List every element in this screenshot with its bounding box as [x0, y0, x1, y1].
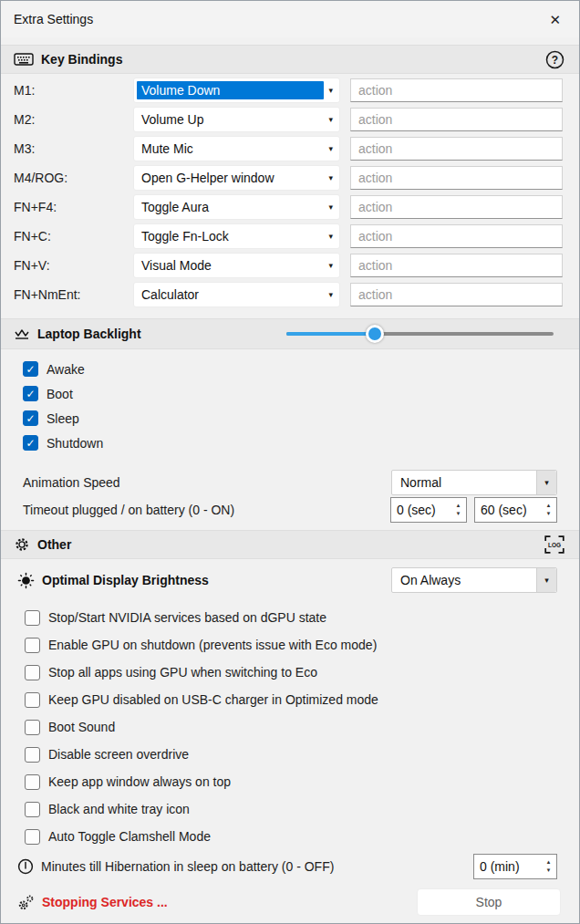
- checkbox[interactable]: ✓: [25, 692, 40, 708]
- keybind-selected-value: Volume Down: [137, 81, 324, 99]
- action-input[interactable]: [350, 108, 563, 131]
- keybind-row-fn-nment: FN+NmEnt: Calculator ▾: [14, 282, 566, 307]
- spin-up-icon[interactable]: ▲: [546, 503, 552, 509]
- timeout-plugged-value[interactable]: 0 (sec): [391, 503, 451, 517]
- keybind-select[interactable]: Mute Mic ▾: [133, 136, 340, 161]
- action-input[interactable]: [350, 137, 563, 161]
- checkbox-label: Stop all apps using GPU when switching t…: [48, 665, 317, 680]
- checkbox-label: Keep app window always on top: [48, 774, 231, 789]
- action-input[interactable]: [350, 283, 563, 306]
- checkbox-keep-gpu-disabled[interactable]: ✓ Keep GPU disabled on USB-C charger in …: [25, 686, 579, 713]
- chevron-down-icon[interactable]: ▾: [328, 115, 333, 124]
- power-icon: [17, 858, 34, 875]
- keybind-selected-value: Visual Mode: [137, 256, 324, 275]
- checkbox-enable-gpu-shutdown[interactable]: ✓ Enable GPU on shutdown (prevents issue…: [25, 631, 579, 659]
- close-icon[interactable]: ✕: [545, 11, 564, 28]
- window-title: Extra Settings: [14, 12, 93, 26]
- checkbox-sleep[interactable]: ✓ Sleep: [23, 406, 579, 431]
- keybind-select[interactable]: Open G-Helper window ▾: [133, 165, 340, 191]
- brightness-mode-select[interactable]: On Always ▾: [391, 567, 557, 593]
- checkbox-label: Enable GPU on shutdown (prevents issue w…: [48, 638, 377, 652]
- keybind-select[interactable]: Toggle Fn-Lock ▾: [133, 223, 340, 249]
- action-input[interactable]: [350, 166, 563, 190]
- hibernation-value[interactable]: 0 (min): [474, 859, 541, 874]
- checkbox-label: Awake: [47, 362, 85, 377]
- help-icon[interactable]: ?: [545, 50, 564, 69]
- slider-thumb[interactable]: [366, 325, 384, 343]
- keybind-select[interactable]: Volume Down ▾: [133, 78, 340, 103]
- checkbox-clamshell-mode[interactable]: ✓ Auto Toggle Clamshell Mode: [25, 823, 579, 850]
- laptop-backlight-title: Laptop Backlight: [37, 327, 141, 341]
- checkbox-label: Shutdown: [47, 436, 103, 451]
- checkbox[interactable]: ✓: [25, 802, 40, 817]
- gear-icon: [14, 536, 30, 553]
- checkbox[interactable]: ✓: [25, 610, 40, 626]
- checkbox[interactable]: ✓: [25, 638, 40, 653]
- checkbox[interactable]: ✓: [25, 747, 40, 763]
- chevron-down-icon[interactable]: ▾: [328, 202, 333, 212]
- animation-speed-row: Animation Speed Normal ▾: [23, 470, 557, 495]
- timeout-battery-value[interactable]: 60 (sec): [475, 503, 541, 517]
- checkbox[interactable]: ✓: [23, 410, 38, 426]
- checkbox[interactable]: ✓: [23, 435, 38, 451]
- timeout-plugged-spinner[interactable]: 0 (sec) ▲▼: [390, 497, 467, 523]
- checkbox-bw-tray-icon[interactable]: ✓ Black and white tray icon: [25, 795, 579, 823]
- spin-down-icon[interactable]: ▼: [546, 867, 552, 874]
- keybind-select[interactable]: Volume Up ▾: [133, 107, 340, 132]
- keybind-select[interactable]: Calculator ▾: [133, 282, 340, 307]
- checkbox[interactable]: ✓: [25, 720, 40, 735]
- chevron-down-icon[interactable]: ▾: [328, 144, 333, 153]
- checkbox[interactable]: ✓: [23, 386, 38, 401]
- chevron-down-icon[interactable]: ▾: [536, 471, 556, 494]
- spin-up-icon[interactable]: ▲: [546, 859, 552, 866]
- log-icon[interactable]: LOG: [544, 535, 564, 554]
- backlight-slider[interactable]: [286, 325, 554, 343]
- checkbox-label: Keep GPU disabled on USB-C charger in Op…: [48, 692, 378, 707]
- check-icon: ✓: [26, 438, 35, 449]
- spin-up-icon[interactable]: ▲: [456, 503, 461, 509]
- keybind-select[interactable]: Visual Mode ▾: [133, 253, 340, 278]
- action-input[interactable]: [350, 254, 563, 277]
- spin-down-icon[interactable]: ▼: [456, 511, 461, 517]
- chevron-down-icon[interactable]: ▾: [328, 261, 333, 270]
- laptop-backlight-section-header: Laptop Backlight: [1, 318, 579, 349]
- checkbox[interactable]: ✓: [23, 361, 38, 377]
- checkbox[interactable]: ✓: [25, 774, 40, 790]
- animation-speed-select[interactable]: Normal ▾: [391, 470, 557, 495]
- checkbox-awake[interactable]: ✓ Awake: [23, 357, 579, 381]
- checkbox[interactable]: ✓: [25, 829, 40, 845]
- chevron-down-icon[interactable]: ▾: [328, 232, 333, 241]
- checkbox-shutdown[interactable]: ✓ Shutdown: [23, 431, 579, 455]
- spin-down-icon[interactable]: ▼: [546, 511, 552, 517]
- check-icon: ✓: [26, 389, 35, 400]
- hibernation-spinner[interactable]: 0 (min) ▲▼: [473, 854, 557, 879]
- action-input[interactable]: [350, 78, 563, 102]
- action-input[interactable]: [350, 195, 563, 219]
- keybind-row-m1: M1: Volume Down ▾: [14, 78, 566, 103]
- checkbox-nvidia-services[interactable]: ✓ Stop/Start NVIDIA services based on dG…: [25, 604, 579, 631]
- keybind-select[interactable]: Toggle Aura ▾: [133, 194, 340, 220]
- checkbox-stop-apps-gpu[interactable]: ✓ Stop all apps using GPU when switching…: [25, 659, 579, 686]
- stopping-services-status: Stopping Services ...: [42, 895, 417, 909]
- checkbox[interactable]: ✓: [25, 665, 40, 680]
- checkbox-label: Stop/Start NVIDIA services based on dGPU…: [48, 610, 326, 625]
- stop-button-label: Stop: [476, 895, 502, 909]
- chevron-down-icon[interactable]: ▾: [328, 86, 333, 95]
- checkbox-boot[interactable]: ✓ Boot: [23, 381, 579, 406]
- keybind-selected-value: Mute Mic: [137, 140, 324, 158]
- checkbox-always-on-top[interactable]: ✓ Keep app window always on top: [25, 768, 579, 795]
- other-checkbox-list: ✓ Stop/Start NVIDIA services based on dG…: [1, 604, 579, 850]
- timeout-battery-spinner[interactable]: 60 (sec) ▲▼: [474, 497, 557, 523]
- keybind-selected-value: Toggle Aura: [137, 198, 324, 216]
- chevron-down-icon[interactable]: ▾: [328, 173, 333, 182]
- keybind-label: FN+C:: [14, 229, 133, 244]
- checkbox-disable-overdrive[interactable]: ✓ Disable screen overdrive: [25, 741, 579, 768]
- key-bindings-section-header: Key Bindings ?: [1, 45, 579, 74]
- checkbox-boot-sound[interactable]: ✓ Boot Sound: [25, 713, 579, 741]
- check-icon: ✓: [26, 364, 35, 375]
- action-input[interactable]: [350, 224, 563, 248]
- chevron-down-icon[interactable]: ▾: [536, 568, 556, 592]
- svg-text:?: ?: [552, 54, 558, 67]
- stop-button[interactable]: Stop: [417, 888, 561, 916]
- chevron-down-icon[interactable]: ▾: [328, 290, 333, 299]
